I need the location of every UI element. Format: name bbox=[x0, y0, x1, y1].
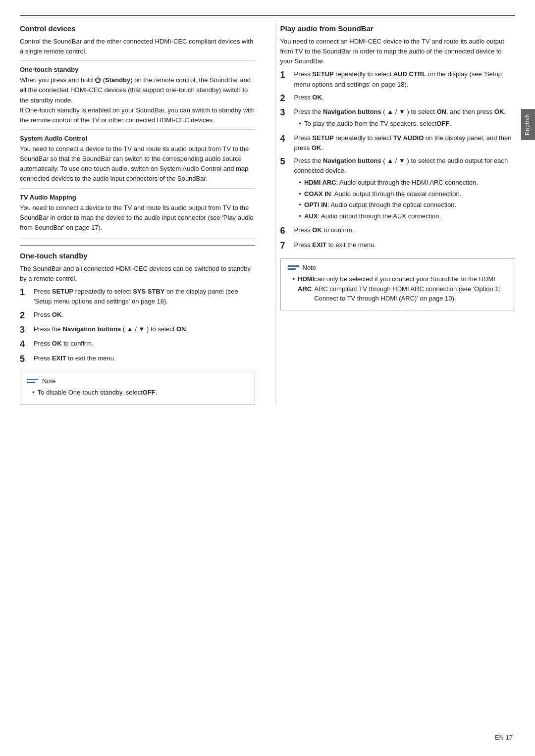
step-5: 5 Press EXIT to exit the menu. bbox=[20, 353, 255, 365]
play-audio-step-number-3: 3 bbox=[280, 107, 294, 118]
top-double-rule-1 bbox=[20, 15, 515, 16]
play-audio-step-content-7: Press EXIT to exit the menu. bbox=[294, 240, 516, 250]
note-bullet-1-left: To disable One-touch standby, select OFF… bbox=[32, 388, 248, 398]
subsection-title-tv-audio-mapping: TV Audio Mapping bbox=[20, 194, 255, 201]
step5-bullet-opti: OPTI IN: Audio output through the optica… bbox=[299, 200, 516, 210]
section-title-control-devices: Control devices bbox=[20, 24, 255, 33]
play-audio-step-3: 3 Press the Navigation buttons ( ▲ / ▼ )… bbox=[280, 107, 516, 130]
step-number-5: 5 bbox=[20, 353, 34, 365]
note-icon-left bbox=[27, 379, 38, 383]
section-divider-middle-left bbox=[20, 239, 255, 239]
subsection-title-system-audio: System Audio Control bbox=[20, 135, 255, 142]
section-title-one-touch-standby: One-touch standby bbox=[20, 252, 255, 260]
play-audio-step-7: 7 Press EXIT to exit the menu. bbox=[280, 240, 516, 252]
subsection-title-one-touch: One-touch standby bbox=[20, 66, 255, 73]
step5-bullet-coax: COAX IN: Audio output through the coaxia… bbox=[299, 189, 516, 199]
note-bullets-right: HDMI ARC can only be selected if you con… bbox=[288, 274, 508, 303]
play-audio-step-number-2: 2 bbox=[280, 93, 294, 104]
step-content-3: Press the Navigation buttons ( ▲ / ▼ ) t… bbox=[34, 324, 255, 334]
section-title-play-audio: Play audio from SoundBar bbox=[280, 24, 516, 33]
play-audio-step-content-5: Press the Navigation buttons ( ▲ / ▼ ) t… bbox=[294, 156, 516, 222]
note-box-right: Note HDMI ARC can only be selected if yo… bbox=[280, 258, 516, 310]
step-number-1: 1 bbox=[20, 287, 34, 298]
top-double-rule-2 bbox=[20, 17, 515, 17]
tv-audio-mapping-text: You need to connect a device to the TV a… bbox=[20, 203, 255, 233]
play-audio-step-content-2: Press OK. bbox=[294, 93, 516, 102]
step5-bullet-aux: AUX: Audio output through the AUX connec… bbox=[299, 211, 516, 221]
page-container: English Control devices Control the Soun… bbox=[0, 0, 535, 756]
play-audio-intro: You need to connect an HDMI-CEC device t… bbox=[280, 37, 516, 66]
play-audio-step-4: 4 Press SETUP repeatedly to select TV AU… bbox=[280, 133, 516, 153]
note-bullets-left: To disable One-touch standby, select OFF… bbox=[27, 388, 248, 398]
step-content-4: Press OK to confirm. bbox=[34, 339, 255, 349]
note-box-left: Note To disable One-touch standby, selec… bbox=[20, 372, 255, 404]
note-bullet-1-right: HDMI ARC can only be selected if you con… bbox=[293, 274, 508, 303]
step3-bullet-1: To play the audio from the TV speakers, … bbox=[299, 119, 516, 129]
section-divider-middle-left-2 bbox=[20, 245, 255, 246]
note-icon-right bbox=[288, 265, 299, 270]
play-audio-step-content-3: Press the Navigation buttons ( ▲ / ▼ ) t… bbox=[294, 107, 516, 130]
play-audio-step-5: 5 Press the Navigation buttons ( ▲ / ▼ )… bbox=[280, 156, 516, 222]
one-touch-standby-text: When you press and hold ⏻ (Standby) on t… bbox=[20, 75, 255, 125]
section-play-audio: Play audio from SoundBar You need to con… bbox=[280, 24, 516, 310]
play-audio-step-content-6: Press OK to confirm. bbox=[294, 225, 516, 235]
section-control-devices: Control devices Control the SoundBar and… bbox=[20, 24, 255, 233]
play-audio-step-1: 1 Press SETUP repeatedly to select AUD C… bbox=[280, 69, 516, 89]
divider-after-onetouchstandby bbox=[20, 129, 255, 130]
step3-sub-bullets: To play the audio from the TV speakers, … bbox=[294, 119, 516, 129]
note-header-right: Note bbox=[288, 264, 508, 271]
play-audio-step-number-6: 6 bbox=[280, 225, 294, 237]
one-touch-standby-intro: The SoundBar and all connected HDMI-CEC … bbox=[20, 264, 255, 284]
right-column: Play audio from SoundBar You need to con… bbox=[275, 22, 516, 404]
system-audio-text: You need to connect a device to the TV a… bbox=[20, 144, 255, 184]
one-touch-steps-list: 1 Press SETUP repeatedly to select SYS S… bbox=[20, 287, 255, 365]
step-content-5: Press EXIT to exit the menu. bbox=[34, 353, 255, 363]
play-audio-step-2: 2 Press OK. bbox=[280, 93, 516, 104]
step5-bullet-hdmi: HDMI ARC: Audio output through the HDMI … bbox=[299, 178, 516, 188]
step5-sub-bullets: HDMI ARC: Audio output through the HDMI … bbox=[294, 178, 516, 221]
step-3: 3 Press the Navigation buttons ( ▲ / ▼ )… bbox=[20, 324, 255, 336]
play-audio-step-content-4: Press SETUP repeatedly to select TV AUDI… bbox=[294, 133, 516, 153]
side-language-label: English bbox=[521, 109, 535, 140]
step-content-2: Press OK. bbox=[34, 310, 255, 320]
play-audio-step-number-4: 4 bbox=[280, 133, 294, 145]
step-number-3: 3 bbox=[20, 324, 34, 336]
two-column-layout: Control devices Control the SoundBar and… bbox=[20, 22, 515, 404]
step-1: 1 Press SETUP repeatedly to select SYS S… bbox=[20, 287, 255, 306]
play-audio-step-6: 6 Press OK to confirm. bbox=[280, 225, 516, 237]
note-label-right: Note bbox=[303, 264, 316, 271]
control-devices-intro: Control the SoundBar and the other conne… bbox=[20, 37, 255, 56]
divider-after-intro bbox=[20, 60, 255, 61]
left-column: Control devices Control the SoundBar and… bbox=[20, 22, 260, 404]
note-header-left: Note bbox=[27, 377, 248, 385]
play-audio-step-number-7: 7 bbox=[280, 240, 294, 252]
page-number: EN 17 bbox=[495, 734, 513, 741]
step-4: 4 Press OK to confirm. bbox=[20, 339, 255, 350]
play-audio-step-number-1: 1 bbox=[280, 69, 294, 81]
section-one-touch-standby: One-touch standby The SoundBar and all c… bbox=[20, 252, 255, 404]
step-number-2: 2 bbox=[20, 310, 34, 321]
step-2: 2 Press OK. bbox=[20, 310, 255, 321]
step-content-1: Press SETUP repeatedly to select SYS STB… bbox=[34, 287, 255, 306]
note-label-left: Note bbox=[42, 377, 55, 385]
step-number-4: 4 bbox=[20, 339, 34, 350]
play-audio-step-number-5: 5 bbox=[280, 156, 294, 167]
divider-after-system-audio bbox=[20, 188, 255, 189]
play-audio-step-content-1: Press SETUP repeatedly to select AUD CTR… bbox=[294, 69, 516, 89]
play-audio-steps-list: 1 Press SETUP repeatedly to select AUD C… bbox=[280, 69, 516, 252]
